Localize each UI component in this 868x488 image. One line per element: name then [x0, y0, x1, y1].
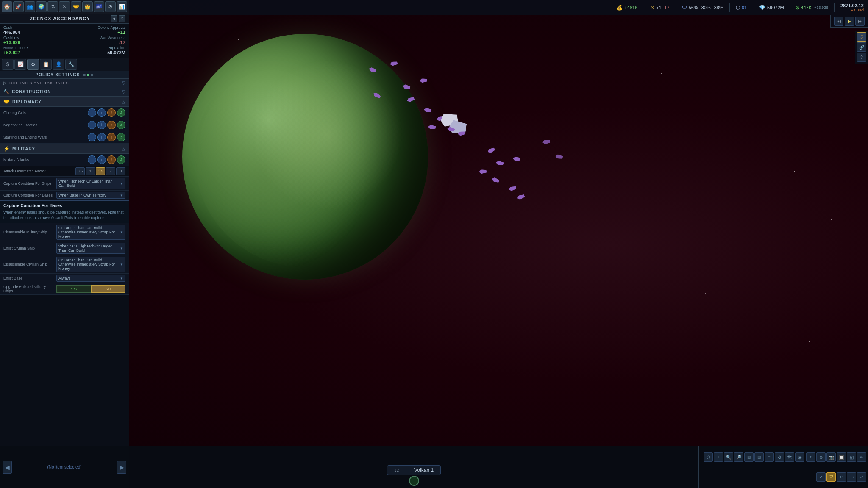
- planet-volkan[interactable]: [182, 34, 428, 280]
- tool-btn-21[interactable]: ⤢: [857, 472, 866, 482]
- tool-btn-1[interactable]: ⬡: [704, 452, 713, 462]
- capture-bases-dropdown[interactable]: When Base In Own Territory ▼: [56, 192, 125, 199]
- tab-report[interactable]: 📋: [40, 59, 52, 70]
- icon-people[interactable]: 👥: [25, 1, 35, 12]
- icon-military[interactable]: ⚔: [59, 1, 70, 12]
- military-section-header[interactable]: ⚡ MILITARY △: [0, 144, 129, 154]
- mil-attacks-btn1[interactable]: i: [88, 155, 96, 164]
- cash-label: Cash: [3, 25, 20, 30]
- diplomacy-arrow: △: [122, 100, 125, 104]
- right-icon-help[interactable]: ?: [857, 53, 866, 62]
- war-weariness-label: War Weariness: [100, 36, 125, 40]
- tab-stats[interactable]: 📈: [14, 59, 26, 70]
- rewind-btn[interactable]: ⏮: [834, 17, 843, 26]
- empire-close-btn[interactable]: ✕: [119, 15, 125, 22]
- population-label: Population: [107, 46, 125, 50]
- empire-expand-btn[interactable]: ◀: [111, 15, 117, 22]
- tool-btn-8[interactable]: ⚙: [775, 452, 784, 462]
- icon-diplomacy[interactable]: 🤝: [71, 1, 81, 12]
- capture-bases-label: Capture Condition For Bases: [3, 193, 56, 197]
- tab-finance[interactable]: $: [2, 59, 14, 70]
- icon-misc[interactable]: 📊: [117, 1, 127, 12]
- offering-gifts-row: Offering Gifts i i ! ↺: [0, 107, 129, 119]
- starting-ending-wars-row: Starting and Ending Wars i i ! ↺: [0, 131, 129, 144]
- offering-gifts-btn4[interactable]: ↺: [117, 108, 125, 117]
- policy-scroll-area[interactable]: ▷ COLONIES AND TAX RATES ▽ 🔨 CONSTRUCTIO…: [0, 79, 129, 488]
- tool-btn-14[interactable]: 🔲: [837, 452, 846, 462]
- neg-treaties-btn2[interactable]: i: [97, 121, 106, 129]
- neg-treaties-btn3[interactable]: !: [107, 121, 116, 129]
- neg-treaties-btn1[interactable]: i: [88, 121, 96, 129]
- tool-btn-zoom-out[interactable]: 🔎: [734, 452, 743, 462]
- upgrade-no-btn[interactable]: No: [91, 285, 126, 293]
- tool-btn-5[interactable]: ⊞: [744, 452, 754, 462]
- icon-empire[interactable]: 👑: [82, 1, 93, 12]
- icon-planet[interactable]: 🌍: [36, 1, 47, 12]
- icon-ships[interactable]: 🚀: [13, 1, 24, 12]
- bottom-next-btn[interactable]: ▶: [117, 461, 126, 474]
- tool-btn-7[interactable]: ≡: [765, 452, 774, 462]
- tool-btn-10[interactable]: ◉: [795, 452, 804, 462]
- attack-overmatch-label: Attack Overmatch Factor: [3, 169, 63, 173]
- offering-gifts-btn1[interactable]: i: [88, 108, 96, 117]
- start-wars-btn4[interactable]: ↺: [117, 133, 125, 141]
- military-attacks-row: Military Attacks i i ! ↺: [0, 154, 129, 166]
- tool-btn-20[interactable]: ⟶: [847, 472, 856, 482]
- factor-btn-05[interactable]: 0.5: [75, 167, 85, 175]
- mil-attacks-btn3[interactable]: !: [107, 155, 116, 164]
- right-icon-link[interactable]: 🔗: [857, 42, 866, 52]
- tool-btn-shield-highlight[interactable]: 🛡: [826, 472, 836, 482]
- mil-attacks-btn2[interactable]: i: [97, 155, 106, 164]
- capture-ships-dropdown[interactable]: When HighTech Or Larger Than Can Build ▼: [56, 178, 125, 189]
- construction-title: CONSTRUCTION: [12, 89, 122, 94]
- hud-treasury: $ 447K +13.926: [796, 5, 828, 11]
- tool-btn-6[interactable]: ⊟: [754, 452, 764, 462]
- icon-settings[interactable]: ⚙: [105, 1, 116, 12]
- tool-btn-12[interactable]: ⊕: [816, 452, 826, 462]
- tool-btn-17[interactable]: ↗: [816, 472, 826, 482]
- disassemble-civilian-dropdown[interactable]: Or Larger Than Can Build Otherwise Immed…: [56, 257, 125, 272]
- factor-btn-3[interactable]: 3: [116, 167, 125, 175]
- tool-btn-16[interactable]: ✏: [857, 452, 866, 462]
- diplomacy-section-header[interactable]: 🤝 DIPLOMACY △: [0, 97, 129, 107]
- neg-treaties-btn4[interactable]: ↺: [117, 121, 125, 129]
- tool-btn-3[interactable]: 🔍: [724, 452, 733, 462]
- start-wars-btn3[interactable]: !: [107, 133, 116, 141]
- offering-gifts-btn2[interactable]: i: [97, 108, 106, 117]
- play-btn[interactable]: ▶: [845, 17, 854, 26]
- disassemble-military-dropdown[interactable]: Or Larger Than Can Build Otherwise Immed…: [56, 225, 125, 240]
- factor-btn-2[interactable]: 2: [106, 167, 115, 175]
- enlist-civilian-dropdown[interactable]: When NOT HighTech Or Larger Than Can Bui…: [56, 243, 125, 254]
- enlist-base-dropdown[interactable]: Always ▼: [56, 275, 125, 282]
- offering-gifts-btn3[interactable]: !: [107, 108, 116, 117]
- tool-btn-9[interactable]: 🗺: [785, 452, 794, 462]
- construction-section-header[interactable]: 🔨 CONSTRUCTION ▽: [0, 87, 129, 97]
- factor-btn-15[interactable]: 1.5: [96, 167, 105, 175]
- disassemble-civilian-row: Disassemble Civilian Ship Or Larger Than…: [0, 255, 129, 274]
- capture-ships-arrow: ▼: [120, 182, 123, 186]
- tab-policy[interactable]: ⚙: [27, 59, 39, 70]
- tool-btn-15[interactable]: ◱: [847, 452, 856, 462]
- icon-home[interactable]: 🏠: [2, 1, 12, 12]
- policy-dot-3: [91, 74, 93, 76]
- policy-dot-2: [87, 74, 89, 76]
- tab-people[interactable]: 👤: [53, 59, 64, 70]
- top-icon-bar: 🏠 🚀 👥 🌍 ⚗ ⚔ 🤝 👑 🌌 ⚙ 📊: [0, 0, 129, 14]
- enlist-civilian-row: Enlist Civilian Ship When NOT HighTech O…: [0, 241, 129, 255]
- tool-btn-13[interactable]: 📷: [826, 452, 836, 462]
- fast-forward-btn[interactable]: ⏭: [855, 17, 865, 26]
- tool-btn-11[interactable]: ⌖: [806, 452, 815, 462]
- icon-research[interactable]: ⚗: [47, 1, 58, 12]
- tab-tools[interactable]: 🔧: [65, 59, 77, 70]
- factor-btn-1[interactable]: 1: [86, 167, 95, 175]
- upgrade-yes-btn[interactable]: Yes: [56, 285, 91, 293]
- icon-galaxy[interactable]: 🌌: [94, 1, 104, 12]
- start-wars-btn2[interactable]: i: [97, 133, 106, 141]
- colonies-section-header[interactable]: ▷ COLONIES AND TAX RATES ▽: [0, 79, 129, 87]
- tool-btn-19[interactable]: ↩: [837, 472, 846, 482]
- bottom-prev-btn[interactable]: ◀: [3, 461, 12, 474]
- mil-attacks-btn4[interactable]: ↺: [117, 155, 125, 164]
- start-wars-btn1[interactable]: i: [88, 133, 96, 141]
- right-icon-shield[interactable]: 🛡: [857, 32, 866, 42]
- tool-btn-2[interactable]: +: [714, 452, 723, 462]
